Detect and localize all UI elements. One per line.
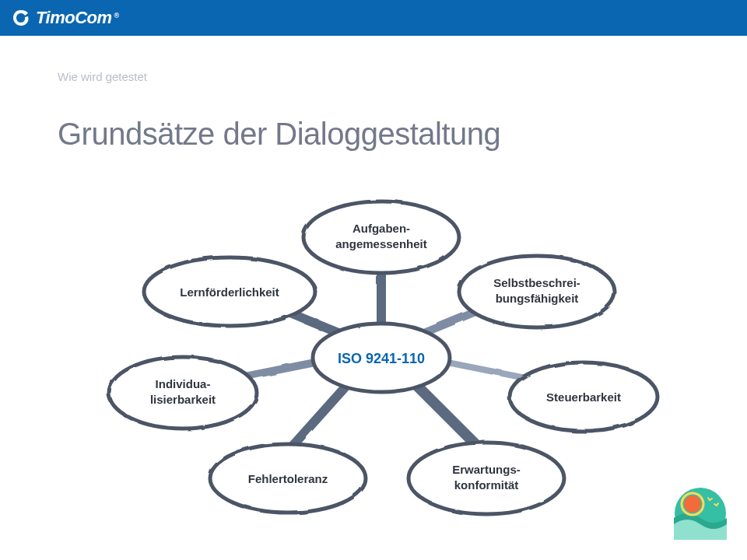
svg-text:Individua-: Individua-	[156, 377, 211, 390]
diagram-node-bottom-right: Erwartungs- konformität	[409, 443, 564, 514]
brand-name: TimoCom	[36, 8, 112, 28]
svg-text:bungsfähigkeit: bungsfähigkeit	[496, 292, 579, 305]
svg-text:konformität: konformität	[454, 478, 519, 492]
svg-text:Steuerbarkeit: Steuerbarkeit	[546, 390, 621, 404]
header-bar: TimoCom ®	[0, 0, 747, 36]
svg-text:Fehlertoleranz: Fehlertoleranz	[248, 472, 328, 485]
slide-heading: Grundsätze der Dialoggestaltung	[58, 117, 500, 152]
brand-registered: ®	[114, 12, 119, 19]
brand-logo: TimoCom ®	[11, 8, 119, 28]
slide-subheading: Wie wird getestet	[58, 70, 147, 83]
diagram-node-left: Individua- lisierbarkeit	[109, 357, 257, 429]
decorative-badge-icon	[674, 487, 727, 540]
svg-line-3	[409, 377, 482, 451]
diagram-node-bottom-left: Fehlertoleranz	[210, 444, 366, 513]
diagram-node-top: Aufgaben- angemessenheit	[303, 201, 459, 273]
svg-point-27	[684, 495, 701, 513]
svg-text:Aufgaben-: Aufgaben-	[352, 222, 410, 235]
svg-text:Erwartungs-: Erwartungs-	[452, 463, 521, 476]
diagram-center-node: ISO 9241-110	[313, 324, 450, 392]
svg-text:lisierbarkeit: lisierbarkeit	[150, 393, 216, 406]
diagram-node-right: Steuerbarkeit	[510, 362, 658, 431]
diagram-node-top-right: Selbstbeschrei- bungsfähigkeit	[459, 256, 615, 327]
svg-text:Lernförderlichkeit: Lernförderlichkeit	[180, 285, 279, 299]
diagram-node-top-left: Lernförderlichkeit	[144, 257, 315, 326]
diagram-center-label: ISO 9241-110	[338, 351, 425, 366]
svg-text:angemessenheit: angemessenheit	[335, 237, 427, 250]
brand-swirl-icon	[11, 9, 31, 27]
iso-diagram: ISO 9241-110 Aufgaben- angemessenheit Se…	[101, 194, 661, 537]
svg-text:Selbstbeschrei-: Selbstbeschrei-	[493, 276, 580, 289]
